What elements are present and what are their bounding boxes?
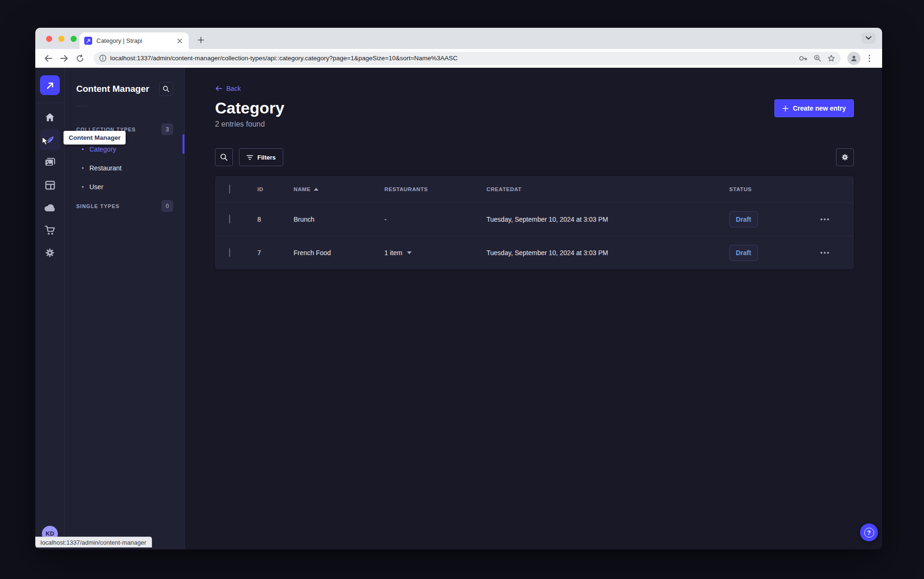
entries-table: ID NAME RESTAURANTS CREATEDAT STATUS 8 B… — [215, 176, 854, 269]
single-types-count-badge: 0 — [161, 200, 173, 212]
table-header-row: ID NAME RESTAURANTS CREATEDAT STATUS — [215, 176, 854, 202]
title-block: Category 2 entries found — [215, 98, 284, 129]
status-badge: Draft — [729, 245, 758, 261]
rail-divider — [35, 103, 65, 103]
filters-label: Filters — [257, 154, 276, 161]
status-bar-link-preview: localhost:1337/admin/content-manager — [35, 537, 152, 547]
back-link[interactable]: Back — [215, 85, 854, 92]
cell-id: 7 — [248, 249, 284, 257]
url-text[interactable]: localhost:1337/admin/content-manager/col… — [110, 55, 795, 62]
subnav-divider — [76, 106, 88, 106]
subnav-title: Content Manager — [76, 84, 149, 94]
sidebar-tooltip: Content Manager — [64, 131, 126, 145]
new-tab-button[interactable] — [195, 34, 207, 46]
bullet-icon — [82, 167, 84, 169]
select-all-checkbox[interactable] — [229, 185, 230, 193]
table-row[interactable]: 7 French Food 1 item Tuesday, September … — [215, 236, 854, 269]
browser-toolbar: localhost:1337/admin/content-manager/col… — [35, 49, 882, 68]
sidebar-item-restaurant[interactable]: Restaurant — [76, 159, 173, 177]
marketplace-cart-icon[interactable] — [40, 220, 60, 241]
strapi-favicon-icon — [84, 37, 92, 45]
cell-name: French Food — [284, 249, 375, 257]
bookmark-star-icon[interactable] — [828, 55, 835, 62]
browser-menu-icon[interactable] — [862, 51, 876, 65]
row-checkbox[interactable] — [229, 248, 230, 257]
browser-window: Category | Strapi localhost:1337/admin/c… — [35, 28, 882, 549]
single-types-section: SINGLE TYPES 0 — [76, 200, 173, 212]
collection-types-list: Category Restaurant User — [76, 140, 173, 196]
single-types-label: SINGLE TYPES — [76, 203, 119, 209]
nav-item-label: Restaurant — [89, 164, 121, 172]
cell-restaurants: - — [375, 216, 477, 223]
main-content: Back Category 2 entries found Create new… — [185, 68, 882, 549]
forward-nav-icon[interactable] — [57, 51, 71, 65]
column-header-createdat[interactable]: CREATEDAT — [477, 186, 720, 192]
row-actions-menu[interactable] — [814, 218, 854, 220]
cell-id: 8 — [248, 216, 284, 223]
page-title: Category — [215, 98, 284, 117]
bullet-icon — [82, 186, 84, 188]
browser-tab-strip: Category | Strapi — [35, 28, 882, 49]
table-row[interactable]: 8 Brunch - Tuesday, September 10, 2024 a… — [215, 202, 854, 236]
bullet-icon — [82, 148, 84, 150]
reload-icon[interactable] — [73, 51, 87, 65]
filters-button[interactable]: Filters — [239, 148, 283, 166]
mouse-cursor — [42, 137, 50, 146]
help-button[interactable]: ? — [860, 523, 878, 541]
close-window-button[interactable] — [46, 36, 52, 42]
question-mark-icon: ? — [864, 528, 874, 538]
cell-restaurants[interactable]: 1 item — [375, 249, 477, 257]
chevron-down-icon — [407, 251, 412, 254]
browser-tab[interactable]: Category | Strapi — [80, 32, 189, 49]
row-checkbox[interactable] — [229, 215, 230, 224]
tab-title: Category | Strapi — [96, 37, 171, 44]
tab-close-icon[interactable] — [175, 37, 184, 45]
window-controls — [46, 36, 77, 42]
cloud-icon[interactable] — [40, 197, 60, 218]
active-item-indicator — [183, 134, 184, 154]
settings-gear-icon[interactable] — [40, 242, 60, 263]
content-type-builder-icon[interactable] — [40, 175, 60, 195]
column-header-status[interactable]: STATUS — [720, 186, 814, 192]
zoom-page-icon[interactable] — [814, 55, 821, 62]
subnav-search-button[interactable] — [159, 82, 173, 96]
row-actions-menu[interactable] — [814, 252, 854, 254]
sort-ascending-icon — [314, 188, 319, 191]
create-new-entry-label: Create new entry — [793, 105, 846, 112]
minimize-window-button[interactable] — [58, 36, 64, 42]
column-header-name[interactable]: NAME — [284, 186, 375, 192]
cell-name: Brunch — [284, 216, 375, 223]
filter-icon — [247, 155, 253, 160]
main-nav-rail: KD — [35, 68, 65, 549]
back-label: Back — [226, 85, 241, 92]
table-search-button[interactable] — [215, 148, 233, 166]
maximize-window-button[interactable] — [71, 36, 77, 42]
status-badge: Draft — [729, 211, 758, 227]
nav-item-label: User — [89, 183, 104, 191]
home-icon[interactable] — [40, 107, 60, 128]
collection-types-count-badge: 3 — [161, 123, 173, 135]
password-key-icon[interactable] — [799, 55, 807, 62]
column-header-id[interactable]: ID — [248, 186, 284, 192]
entries-count: 2 entries found — [215, 120, 284, 129]
view-settings-button[interactable] — [836, 148, 854, 166]
column-header-restaurants[interactable]: RESTAURANTS — [375, 186, 477, 192]
nav-item-label: Category — [89, 145, 116, 153]
url-bar[interactable]: localhost:1337/admin/content-manager/col… — [94, 52, 841, 65]
media-library-icon[interactable] — [40, 152, 60, 173]
cell-createdat: Tuesday, September 10, 2024 at 3:03 PM — [477, 249, 720, 257]
create-new-entry-button[interactable]: Create new entry — [774, 99, 854, 117]
strapi-logo-icon[interactable] — [40, 75, 60, 95]
page-info-icon[interactable] — [99, 55, 106, 62]
tab-search-button[interactable] — [861, 32, 876, 44]
strapi-app: KD Content Manager COLLECTION TYPES 3 Ca… — [35, 68, 882, 549]
sidebar-item-user[interactable]: User — [76, 177, 173, 196]
cell-createdat: Tuesday, September 10, 2024 at 3:03 PM — [477, 216, 720, 223]
back-nav-icon[interactable] — [41, 51, 55, 65]
browser-profile-icon[interactable] — [847, 52, 860, 65]
